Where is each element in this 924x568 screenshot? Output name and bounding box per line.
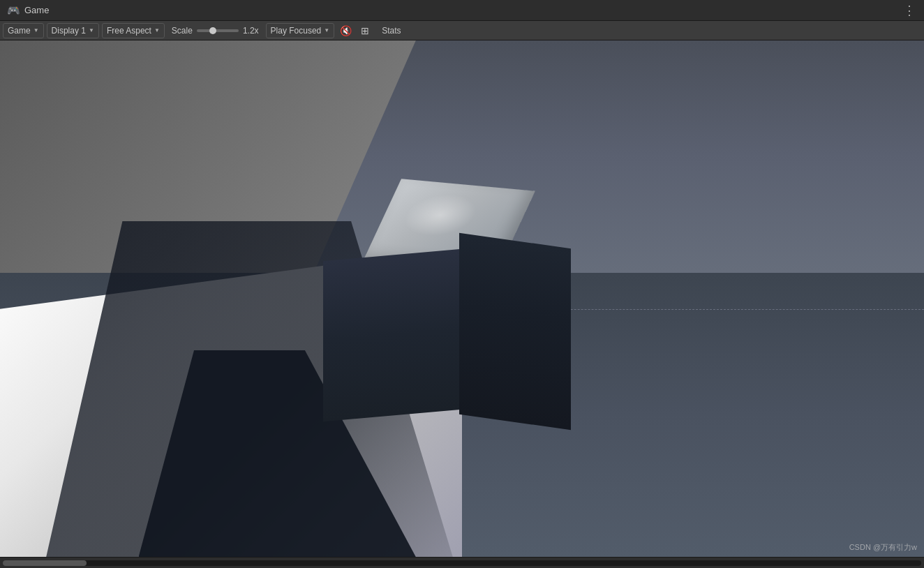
title-bar-left: 🎮 Game	[7, 4, 49, 17]
cube-top-highlight	[394, 192, 487, 239]
stats-button[interactable]: Stats	[376, 23, 406, 38]
game-label: Game	[8, 26, 31, 36]
mute-icon: 🔇	[340, 25, 352, 36]
display-dropdown[interactable]: Display 1 ▼	[47, 23, 99, 38]
game-viewport: CSDN @万有引力w	[0, 40, 924, 557]
scrollbar-track[interactable]	[3, 560, 921, 566]
toolbar: Game ▼ Display 1 ▼ Free Aspect ▼ Scale 1…	[0, 21, 924, 40]
game-dropdown[interactable]: Game ▼	[3, 23, 44, 38]
game-icon: 🎮	[7, 4, 20, 17]
scrollbar-thumb[interactable]	[3, 560, 87, 566]
scale-label: Scale	[172, 26, 193, 36]
scale-slider-thumb	[209, 27, 216, 34]
mute-button[interactable]: 🔇	[337, 23, 354, 38]
window-title: Game	[24, 5, 49, 15]
horizontal-scrollbar[interactable]	[0, 557, 924, 568]
grid-button[interactable]: ⊞	[357, 23, 373, 38]
aspect-dropdown[interactable]: Free Aspect ▼	[102, 23, 165, 38]
play-focused-dropdown[interactable]: Play Focused ▼	[266, 23, 335, 38]
game-dropdown-arrow: ▼	[33, 27, 39, 33]
3d-cube	[323, 185, 560, 436]
display-dropdown-arrow: ▼	[89, 27, 94, 33]
play-focused-label: Play Focused	[271, 26, 322, 36]
play-focused-dropdown-arrow: ▼	[324, 27, 329, 33]
title-bar: 🎮 Game ⋮	[0, 0, 924, 21]
watermark: CSDN @万有引力w	[849, 542, 917, 553]
title-bar-menu-button[interactable]: ⋮	[903, 3, 917, 18]
grid-icon: ⊞	[361, 25, 369, 36]
aspect-dropdown-arrow: ▼	[154, 27, 160, 33]
stats-label: Stats	[382, 26, 401, 36]
scale-control: Scale 1.2x	[167, 26, 263, 36]
scale-value: 1.2x	[243, 26, 259, 36]
aspect-label: Free Aspect	[107, 26, 151, 36]
display-label: Display 1	[52, 26, 86, 36]
scale-slider[interactable]	[197, 29, 239, 32]
cube-right-face	[459, 233, 571, 430]
cube-left-face	[323, 248, 470, 421]
